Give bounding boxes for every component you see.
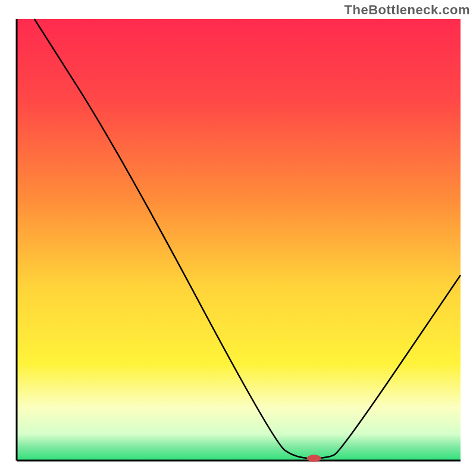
chart-container: TheBottleneck.com — [0, 0, 476, 476]
bottleneck-chart — [0, 0, 476, 476]
plot-background — [17, 19, 461, 461]
optimal-marker — [307, 455, 321, 462]
